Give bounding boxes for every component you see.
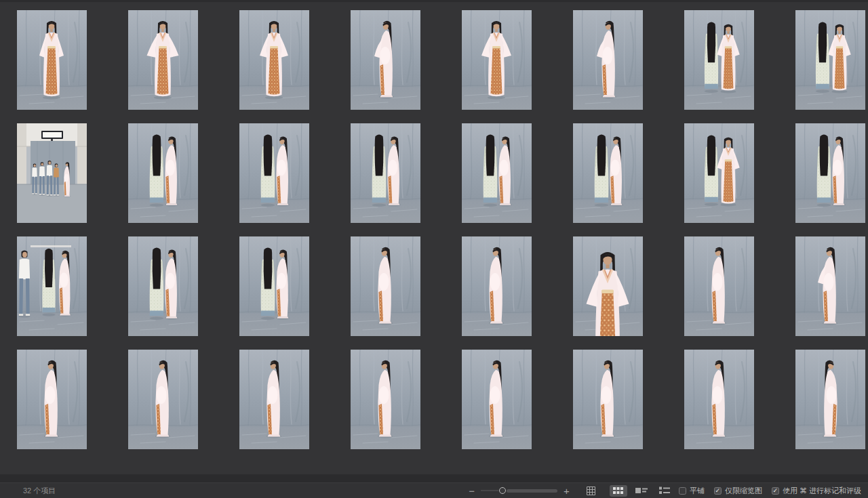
photo-thumbnail[interactable] <box>351 10 420 110</box>
checkbox-option-1[interactable]: ✓仅限缩览图 <box>714 486 762 496</box>
photo-thumbnail-image <box>462 10 532 110</box>
photo-thumbnail[interactable] <box>239 10 309 110</box>
grid-overlay-icon <box>586 486 596 496</box>
photo-thumbnail-image <box>17 236 87 336</box>
photo-thumbnail-image <box>239 350 309 449</box>
photo-thumbnail[interactable] <box>351 350 420 449</box>
photo-thumbnail-image <box>17 10 87 110</box>
photo-thumbnail[interactable] <box>239 350 309 449</box>
photo-thumbnail[interactable] <box>351 236 420 336</box>
photo-thumbnail-image <box>128 350 198 449</box>
photo-thumbnail[interactable] <box>684 236 754 336</box>
photo-thumbnail-image <box>351 350 420 449</box>
photo-thumbnail[interactable] <box>239 123 309 223</box>
thumbnail-grid <box>0 0 868 449</box>
photo-thumbnail-image <box>17 123 87 223</box>
photo-thumbnail-image <box>239 123 309 223</box>
photo-thumbnail-image <box>684 123 754 223</box>
photo-thumbnail[interactable] <box>795 350 865 449</box>
photo-thumbnail-image <box>128 236 198 336</box>
photo-thumbnail[interactable] <box>573 10 643 110</box>
photo-thumbnail-image <box>351 10 420 110</box>
zoom-in-button[interactable]: + <box>564 486 570 496</box>
photo-thumbnail-image <box>462 350 532 449</box>
photo-thumbnail[interactable] <box>684 123 754 223</box>
photo-thumbnail[interactable] <box>462 350 532 449</box>
photo-thumbnail[interactable] <box>573 123 643 223</box>
photo-thumbnail[interactable] <box>573 236 643 336</box>
checkbox-checked-icon[interactable]: ✓ <box>714 487 722 495</box>
slider-knob[interactable] <box>499 487 506 494</box>
photo-thumbnail[interactable] <box>462 123 532 223</box>
status-bar: 32 个项目 − + <box>0 482 868 498</box>
photo-thumbnail-image <box>684 236 754 336</box>
photo-thumbnail-image <box>573 236 643 336</box>
photo-thumbnail-image <box>795 236 865 336</box>
grid-view-icon <box>613 487 623 495</box>
photo-thumbnail-image <box>795 10 865 110</box>
photo-thumbnail[interactable] <box>17 10 87 110</box>
photo-thumbnail[interactable] <box>684 10 754 110</box>
photo-thumbnail-image <box>351 123 420 223</box>
grid-overlay-button[interactable] <box>586 486 596 496</box>
photo-thumbnail-image <box>128 123 198 223</box>
photo-thumbnail-image <box>573 123 643 223</box>
photo-thumbnail-image <box>795 350 865 449</box>
photo-thumbnail-image <box>17 350 87 449</box>
checkbox-option-0[interactable]: 平铺 <box>679 486 705 496</box>
photo-thumbnail-image <box>795 123 865 223</box>
photo-thumbnail[interactable] <box>795 10 865 110</box>
checkbox-option-2[interactable]: ✓使用 ⌘ 进行标记和评级 <box>772 486 861 496</box>
photo-thumbnail[interactable] <box>351 123 420 223</box>
photo-thumbnail[interactable] <box>128 236 198 336</box>
photo-thumbnail[interactable] <box>684 350 754 449</box>
photo-thumbnail[interactable] <box>795 236 865 336</box>
photo-thumbnail-image <box>573 10 643 110</box>
slider-track-left <box>481 490 498 491</box>
checkbox-unchecked-icon[interactable] <box>679 487 686 495</box>
photo-thumbnail[interactable] <box>795 123 865 223</box>
photo-thumbnail-image <box>239 10 309 110</box>
photo-thumbnail-image <box>684 350 754 449</box>
option-checkboxes: 平铺✓仅限缩览图✓使用 ⌘ 进行标记和评级 <box>679 486 868 496</box>
checkbox-checked-icon[interactable]: ✓ <box>772 487 779 495</box>
scrollbar-gutter[interactable] <box>0 474 868 482</box>
thumbnail-info-view-button[interactable] <box>633 485 650 497</box>
checkbox-label: 平铺 <box>690 486 705 496</box>
photo-thumbnail[interactable] <box>17 350 87 449</box>
photo-thumbnail[interactable] <box>128 123 198 223</box>
zoom-out-button[interactable]: − <box>469 486 475 496</box>
photo-thumbnail-image <box>462 123 532 223</box>
thumbnail-size-slider[interactable] <box>481 486 557 495</box>
photo-thumbnail[interactable] <box>17 236 87 336</box>
photo-thumbnail[interactable] <box>128 10 198 110</box>
checkbox-label: 使用 ⌘ 进行标记和评级 <box>783 486 861 496</box>
list-view-button[interactable] <box>656 485 673 497</box>
photo-thumbnail[interactable] <box>573 350 643 449</box>
slider-track-right <box>507 489 557 493</box>
list-view-icon <box>659 486 670 495</box>
checkbox-label: 仅限缩览图 <box>725 486 762 496</box>
photo-thumbnail-image <box>684 10 754 110</box>
status-bar-controls: − + <box>469 483 868 498</box>
item-count: 32 个项目 <box>23 486 56 496</box>
photo-thumbnail-image <box>239 236 309 336</box>
photo-thumbnail[interactable] <box>128 350 198 449</box>
photo-thumbnail-image <box>351 236 420 336</box>
photo-thumbnail-image <box>462 236 532 336</box>
grid-view-button[interactable] <box>610 485 627 497</box>
photo-thumbnail[interactable] <box>17 123 87 223</box>
thumbnail-info-view-icon <box>635 487 648 495</box>
photo-thumbnail[interactable] <box>462 10 532 110</box>
photo-thumbnail[interactable] <box>462 236 532 336</box>
photo-thumbnail-image <box>573 350 643 449</box>
photo-thumbnail-image <box>128 10 198 110</box>
photo-thumbnail[interactable] <box>239 236 309 336</box>
